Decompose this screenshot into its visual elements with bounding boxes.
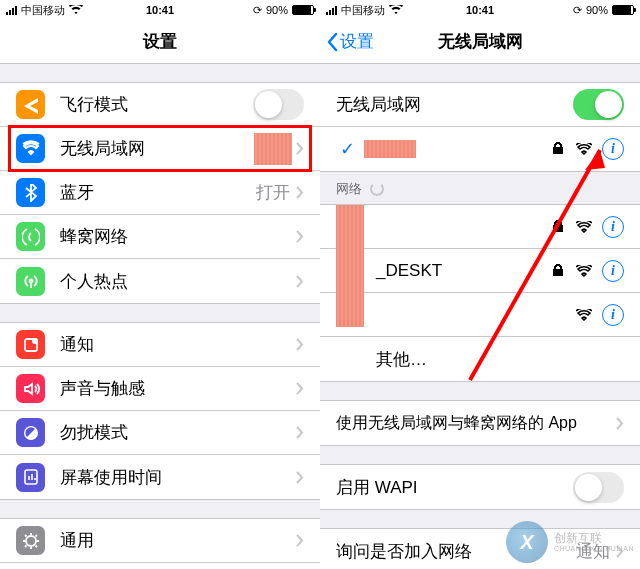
row-label: 勿扰模式 — [60, 421, 296, 444]
general-icon — [16, 526, 45, 555]
other-network-row[interactable]: 其他… — [320, 337, 640, 381]
settings-row-wifi[interactable]: 无线局域网 — [0, 127, 320, 171]
status-time: 10:41 — [146, 4, 174, 16]
hotspot-icon — [16, 267, 45, 296]
settings-group-3: 通用控制中心AA显示与亮度辅助功能 — [0, 518, 320, 569]
chevron-right-icon — [296, 534, 304, 547]
network-row[interactable]: i — [320, 293, 640, 337]
wifi-icon — [16, 134, 45, 163]
battery-icon — [612, 5, 634, 15]
row-label: 蓝牙 — [60, 181, 256, 204]
airplane-icon — [16, 90, 45, 119]
settings-row-sounds[interactable]: 声音与触感 — [0, 367, 320, 411]
lock-icon: 🔒︎ — [550, 262, 566, 280]
networks-redaction — [336, 205, 364, 327]
wifi-toggle-row[interactable]: 无线局域网 — [320, 83, 640, 127]
connected-network-row[interactable]: ✓ 🔒︎ i — [320, 127, 640, 171]
wifi-status-icon — [69, 5, 83, 15]
wifi-apps-row[interactable]: 使用无线局域网与蜂窝网络的 App — [320, 401, 640, 445]
status-time: 10:41 — [466, 4, 494, 16]
row-label: 通用 — [60, 529, 296, 552]
watermark-domain: CHUANG XIN HULIAN — [554, 545, 634, 553]
info-button[interactable]: i — [602, 260, 624, 282]
spinner-icon — [370, 182, 384, 196]
settings-row-cellular[interactable]: 蜂窝网络 — [0, 215, 320, 259]
wapi-toggle[interactable] — [573, 472, 624, 503]
wifi-label: 无线局域网 — [336, 93, 573, 116]
settings-group-2: 通知声音与触感勿扰模式屏幕使用时间 — [0, 322, 320, 500]
settings-group-1: 飞行模式无线局域网蓝牙打开蜂窝网络个人热点 — [0, 82, 320, 304]
row-label: 个人热点 — [60, 270, 296, 293]
wifi-status-icon — [389, 5, 403, 15]
settings-row-screentime[interactable]: 屏幕使用时间 — [0, 455, 320, 499]
lock-icon: 🔒︎ — [550, 218, 566, 236]
notifications-icon — [16, 330, 45, 359]
network-row[interactable]: _DESKT🔒︎i — [320, 249, 640, 293]
wifi-toggle[interactable] — [573, 89, 624, 120]
chevron-right-icon — [296, 382, 304, 395]
back-label: 设置 — [340, 30, 374, 53]
wifi-signal-icon — [576, 221, 592, 233]
settings-row-dnd[interactable]: 勿扰模式 — [0, 411, 320, 455]
svg-point-1 — [32, 338, 38, 344]
status-bar: 中国移动 10:41 ⟳90% — [320, 0, 640, 20]
settings-row-airplane[interactable]: 飞行模式 — [0, 83, 320, 127]
back-button[interactable]: 设置 — [326, 20, 374, 63]
info-button[interactable]: i — [602, 138, 624, 160]
watermark: X 创新互联 CHUANG XIN HULIAN — [506, 521, 634, 563]
screentime-icon — [16, 463, 45, 492]
network-row[interactable]: 🔒︎i — [320, 205, 640, 249]
settings-row-hotspot[interactable]: 个人热点 — [0, 259, 320, 303]
svg-point-3 — [26, 536, 36, 546]
page-title: 设置 — [143, 30, 177, 53]
chevron-right-icon — [296, 275, 304, 288]
wapi-row[interactable]: 启用 WAPI — [320, 465, 640, 509]
carrier: 中国移动 — [341, 3, 385, 18]
orientation-lock-icon: ⟳ — [573, 4, 582, 17]
svg-rect-2 — [25, 470, 37, 484]
nav-bar: 设置 无线局域网 — [320, 20, 640, 64]
settings-row-notifications[interactable]: 通知 — [0, 323, 320, 367]
cellular-icon — [16, 222, 45, 251]
bluetooth-icon — [16, 178, 45, 207]
chevron-right-icon — [296, 230, 304, 243]
row-label: 声音与触感 — [60, 377, 296, 400]
row-label: 屏幕使用时间 — [60, 466, 296, 489]
info-button[interactable]: i — [602, 216, 624, 238]
settings-row-bluetooth[interactable]: 蓝牙打开 — [0, 171, 320, 215]
settings-row-control[interactable]: 控制中心 — [0, 563, 320, 569]
dnd-icon — [16, 418, 45, 447]
status-bar: 中国移动 10:41 ⟳90% — [0, 0, 320, 20]
orientation-lock-icon: ⟳ — [253, 4, 262, 17]
chevron-right-icon — [616, 417, 624, 430]
chevron-right-icon — [296, 186, 304, 199]
airplane-toggle[interactable] — [253, 89, 304, 120]
wifi-toggle-group: 无线局域网 ✓ 🔒︎ i — [320, 82, 640, 172]
check-icon: ✓ — [336, 138, 358, 160]
signal-bars-icon — [326, 6, 337, 15]
redacted-value — [254, 133, 292, 165]
networks-header: 网络 — [320, 172, 640, 204]
signal-bars-icon — [6, 6, 17, 15]
settings-row-general[interactable]: 通用 — [0, 519, 320, 563]
apps-group: 使用无线局域网与蜂窝网络的 App — [320, 400, 640, 446]
row-label: 通知 — [60, 333, 296, 356]
chevron-left-icon — [326, 32, 338, 52]
network-name: _DESKT — [336, 261, 550, 281]
wifi-signal-icon — [576, 265, 592, 277]
chevron-right-icon — [296, 142, 304, 155]
row-label: 蜂窝网络 — [60, 225, 296, 248]
page-title: 无线局域网 — [438, 30, 523, 53]
chevron-right-icon — [296, 426, 304, 439]
wifi-signal-icon — [576, 309, 592, 321]
carrier: 中国移动 — [21, 3, 65, 18]
wapi-label: 启用 WAPI — [336, 476, 573, 499]
sounds-icon — [16, 374, 45, 403]
connected-network-name — [364, 140, 416, 158]
battery-icon — [292, 5, 314, 15]
battery-pct: 90% — [266, 4, 288, 16]
row-label: 飞行模式 — [60, 93, 253, 116]
info-button[interactable]: i — [602, 304, 624, 326]
row-detail: 打开 — [256, 181, 290, 204]
watermark-logo: X — [506, 521, 548, 563]
